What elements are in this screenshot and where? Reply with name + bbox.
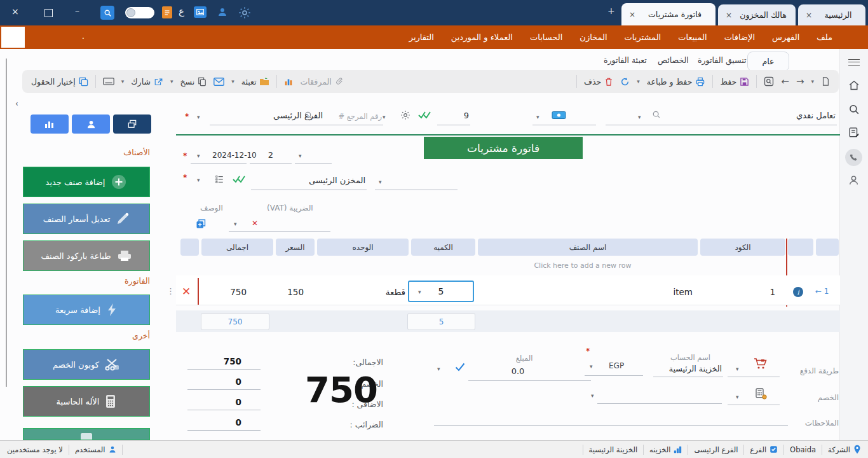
subtab-invoice-format[interactable]: تنسيق الفاتورة	[698, 55, 747, 65]
share-button[interactable]: شارك	[131, 77, 163, 87]
cell-item-name[interactable]: item	[635, 287, 693, 297]
copy-button[interactable]: نسخ	[180, 77, 207, 87]
cash-caret-icon[interactable]: ▾	[536, 114, 539, 120]
account-field[interactable]: الخزينة الرئيسية	[654, 364, 722, 373]
splitter-handle-icon[interactable]: ⋮	[166, 286, 174, 296]
sidebar-button-partial[interactable]	[23, 428, 150, 440]
copies-field[interactable]: 2	[251, 150, 290, 160]
statusbar-company-value[interactable]: Obaida	[784, 445, 822, 454]
save-print-caret-icon[interactable]: ▾	[637, 79, 640, 85]
currency-caret-icon[interactable]: ▾	[590, 364, 593, 370]
quantity-input[interactable]: 5 ▾	[408, 281, 474, 302]
attachments-button[interactable]: المرفقات	[300, 77, 343, 87]
share-caret-icon[interactable]: ▾	[121, 79, 125, 85]
delete-button[interactable]: حذف	[584, 77, 613, 87]
search-icon[interactable]	[100, 6, 114, 20]
minimize-window-icon[interactable]: –	[75, 5, 79, 15]
payment-caret-icon[interactable]: ▾	[736, 366, 739, 372]
close-window-icon[interactable]: ×	[11, 6, 19, 17]
edit-item-prices-button[interactable]: تعديل أسعار الصنف	[23, 204, 150, 234]
new-document-icon[interactable]	[821, 76, 830, 87]
menu-customers-suppliers[interactable]: العملاء و الموردين	[451, 32, 513, 42]
notes-icon[interactable]	[162, 6, 172, 18]
menu-reports[interactable]: التقارير	[409, 32, 434, 42]
statusbar-branch[interactable]: الفرع	[744, 445, 783, 454]
close-tab-icon[interactable]: ×	[629, 10, 635, 19]
subtab-properties[interactable]: الخصائص	[658, 55, 689, 65]
menu-sales[interactable]: المبيعات	[678, 32, 707, 42]
fill-button[interactable]: تعبئة	[241, 77, 270, 87]
cell-total[interactable]: 750	[210, 287, 247, 297]
row3-caret-icon[interactable]: ▾	[379, 179, 382, 185]
language-badge[interactable]: ع	[179, 6, 184, 17]
print-item-barcode-button[interactable]: طباعة باركود الصنف	[23, 240, 150, 271]
close-tab-icon[interactable]: ×	[726, 11, 732, 20]
additional-value[interactable]: 0	[191, 397, 241, 407]
discount-type-caret-icon[interactable]: ▾	[736, 394, 739, 400]
delete-row-icon[interactable]: ✕	[182, 285, 191, 298]
phone-icon[interactable]	[845, 149, 862, 166]
tab-home[interactable]: × الرئيسية	[798, 4, 865, 25]
subtab-general[interactable]: عام	[747, 52, 789, 71]
cart-icon[interactable]	[754, 357, 768, 370]
customer-button[interactable]	[72, 114, 110, 134]
edit-document-icon[interactable]	[848, 127, 860, 138]
amount-field[interactable]: 0.0	[502, 366, 534, 376]
settings-gear-icon[interactable]	[238, 5, 252, 20]
new-document-caret-icon[interactable]: ▾	[811, 79, 814, 85]
discount-coupon-button[interactable]: كوبون الخصم	[23, 349, 150, 380]
stats-button[interactable]	[31, 114, 69, 134]
supplier-search-icon[interactable]	[652, 110, 661, 119]
info-icon[interactable]: i	[793, 287, 803, 297]
image-icon[interactable]	[194, 6, 207, 18]
statusbar-treasury[interactable]: الخزينه	[644, 445, 688, 454]
supplier-field[interactable]: تعامل نقدي	[664, 111, 836, 120]
add-description-icon[interactable]	[196, 219, 206, 229]
date-caret-icon[interactable]: ▾	[197, 153, 200, 159]
cash-icon[interactable]	[552, 110, 566, 120]
lookup-field[interactable]	[606, 125, 664, 125]
verified-double-check-icon[interactable]	[233, 175, 247, 184]
back-icon[interactable]: ←	[781, 76, 789, 87]
menu-accounts[interactable]: الحسابات	[530, 32, 562, 42]
reference-number-field[interactable]: رقم المرجع #	[321, 112, 382, 121]
maximize-window-icon[interactable]	[44, 9, 53, 17]
quick-add-button[interactable]: إضافة سريعة	[23, 295, 150, 325]
discount-total-value[interactable]: 0	[191, 377, 241, 387]
settings-gear-icon[interactable]	[400, 110, 410, 120]
doc-number-caret-icon[interactable]: ▾	[383, 114, 386, 120]
keyboard-icon[interactable]	[103, 78, 114, 85]
search-icon[interactable]	[848, 104, 860, 115]
statusbar-treasury-value[interactable]: الخزينة الرئيسية	[583, 445, 644, 454]
table-header-quantity[interactable]: الكميه	[411, 239, 475, 256]
user-icon[interactable]	[216, 5, 229, 19]
clear-tax-icon[interactable]: ✕	[252, 219, 258, 228]
theme-toggle[interactable]	[125, 7, 154, 18]
collapse-sidebar-icon[interactable]: ‹	[15, 99, 18, 108]
refresh-icon[interactable]	[620, 77, 630, 87]
scrollbar[interactable]	[6, 59, 7, 387]
notes-field[interactable]	[434, 425, 788, 426]
new-tab-button[interactable]: +	[607, 6, 615, 16]
choose-fields-button[interactable]: إختيار الحقول	[31, 77, 88, 87]
table-header-item-name[interactable]: اسم الصنف	[478, 239, 698, 256]
save-button[interactable]: حفظ	[720, 77, 749, 87]
calculator-coins-icon[interactable]	[755, 388, 768, 400]
verified-double-check-icon[interactable]	[418, 111, 432, 120]
menu-purchases[interactable]: المشتريات	[625, 32, 661, 42]
supplier-caret-icon[interactable]: ▾	[638, 114, 641, 120]
forward-icon[interactable]: →	[796, 76, 804, 87]
cell-price[interactable]: 150	[267, 287, 304, 297]
save-print-button[interactable]: حفظ و طباعة	[647, 77, 706, 87]
subtab-invoice-fill[interactable]: تعبئة الفاتورة	[604, 55, 647, 65]
home-icon[interactable]	[848, 80, 860, 90]
tax-caret-icon[interactable]: ▾	[234, 221, 237, 227]
warehouse-field[interactable]: المخزن الرئيسى	[252, 176, 365, 185]
cell-code[interactable]: 1	[731, 287, 775, 297]
add-new-row[interactable]: Click here to add a new row *	[176, 256, 840, 276]
tab-purchase-invoice[interactable]: × فاتورة مشتريات	[621, 3, 715, 25]
menu-addons[interactable]: الإضافات	[724, 32, 755, 42]
envelope-icon[interactable]	[214, 78, 224, 86]
close-tab-icon[interactable]: ×	[806, 11, 812, 20]
add-new-item-button[interactable]: إضافة صنف جديد	[23, 167, 150, 197]
